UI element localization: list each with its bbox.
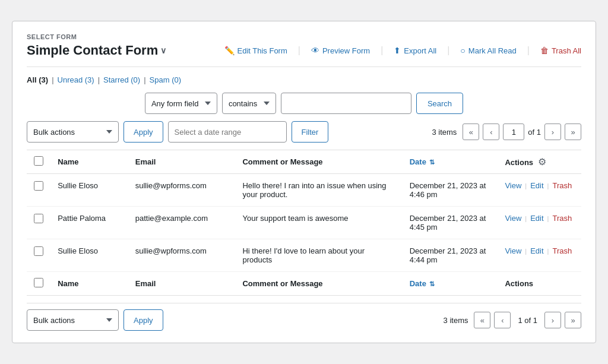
mark-all-read-link[interactable]: ○ Mark All Read — [460, 46, 516, 55]
first-page-button-bottom[interactable]: « — [474, 312, 490, 328]
edit-link-2[interactable]: Edit — [530, 214, 543, 223]
edit-link-1[interactable]: Edit — [530, 181, 543, 190]
divider-2: | — [381, 45, 383, 56]
search-value-input[interactable] — [281, 93, 411, 114]
prev-page-button-top[interactable]: ‹ — [483, 124, 499, 140]
row-name-3: Sullie Eloso — [50, 239, 128, 272]
header-actions: Actions ⚙ — [498, 150, 581, 174]
row-checkbox-cell-2 — [27, 207, 50, 239]
last-page-button-bottom[interactable]: » — [565, 312, 581, 328]
filter-button[interactable]: Filter — [292, 121, 329, 143]
row-date-3: December 21, 2023 at 4:44 pm — [403, 239, 498, 272]
next-page-button-top[interactable]: › — [544, 124, 561, 140]
row-action-links-3: View | Edit | Trash — [505, 246, 574, 255]
first-page-button-top[interactable]: « — [463, 124, 479, 140]
footer-header-checkbox-cell — [27, 272, 50, 296]
footer-header-actions: Actions — [498, 272, 581, 296]
condition-select[interactable]: contains — [222, 93, 276, 114]
last-page-button-top[interactable]: » — [565, 124, 581, 140]
footer-header-date[interactable]: Date ⇅ — [403, 272, 498, 296]
header-email: Email — [128, 150, 236, 174]
export-icon: ⬆ — [394, 46, 401, 55]
pagination-bottom: 3 items « ‹ 1 of 1 › » — [444, 312, 581, 328]
row-actions-3: View | Edit | Trash — [498, 239, 581, 272]
footer-toolbar-row: Bulk actions Apply 3 items « ‹ 1 of 1 › … — [27, 303, 581, 331]
preview-form-link[interactable]: 👁 Preview Form — [311, 46, 370, 55]
pagination-top: 3 items « ‹ of 1 › » — [432, 124, 581, 140]
gear-button[interactable]: ⚙ — [536, 156, 549, 167]
form-title-text: Simple Contact Form — [27, 43, 158, 58]
main-container: SELECT FORM Simple Contact Form ∨ ✏️ Edi… — [12, 21, 596, 343]
row-actions-1: View | Edit | Trash — [498, 174, 581, 207]
form-actions: ✏️ Edit This Form | 👁 Preview Form | ⬆ E… — [224, 45, 582, 56]
prev-page-button-bottom[interactable]: ‹ — [494, 312, 511, 328]
trash-link-2[interactable]: Trash — [552, 214, 572, 223]
footer-header-email: Email — [128, 272, 236, 296]
row-message-2: Your support team is awesome — [235, 207, 402, 239]
trash-link-3[interactable]: Trash — [552, 246, 572, 255]
divider-4: | — [527, 45, 530, 56]
trash-all-label: Trash All — [552, 46, 581, 55]
select-form-label: SELECT FORM — [27, 33, 581, 40]
header-message: Comment or Message — [235, 150, 402, 174]
row-checkbox-cell-1 — [27, 174, 50, 207]
header-date[interactable]: Date ⇅ — [403, 150, 498, 174]
table-body: Sullie Eloso sullie@wpforms.com Hello th… — [27, 174, 581, 296]
row-date-1: December 21, 2023 at 4:46 pm — [403, 174, 498, 207]
page-info-bottom: 1 of 1 — [514, 316, 541, 325]
header-checkbox-cell — [27, 150, 50, 174]
next-page-button-bottom[interactable]: › — [544, 312, 561, 328]
bulk-actions-select-bottom[interactable]: Bulk actions — [27, 309, 119, 331]
row-name-1: Sullie Eloso — [50, 174, 128, 207]
export-all-label: Export All — [404, 46, 436, 55]
edit-form-link[interactable]: ✏️ Edit This Form — [224, 46, 287, 55]
export-all-link[interactable]: ⬆ Export All — [394, 46, 436, 55]
row-email-3: sullie@wpforms.com — [128, 239, 236, 272]
sort-icon: ⇅ — [429, 159, 435, 166]
tab-unread[interactable]: Unread (3) — [58, 75, 94, 84]
tab-spam[interactable]: Spam (0) — [150, 75, 181, 84]
bulk-actions-select[interactable]: Bulk actions — [27, 121, 119, 143]
row-email-1: sullie@wpforms.com — [128, 174, 236, 207]
trash-link-1[interactable]: Trash — [552, 181, 572, 190]
eye-icon: 👁 — [311, 46, 319, 55]
row-checkbox-1[interactable] — [34, 181, 43, 191]
search-row: Any form field contains Search — [27, 93, 581, 114]
filter-tabs: All (3) | Unread (3) | Starred (0) | Spa… — [27, 75, 581, 84]
form-title[interactable]: Simple Contact Form ∨ — [27, 43, 166, 58]
field-select[interactable]: Any form field — [145, 93, 217, 114]
footer-header-message: Comment or Message — [235, 272, 402, 296]
row-message-3: Hi there! I'd love to learn about your p… — [235, 239, 402, 272]
footer-select-all-checkbox[interactable] — [34, 278, 43, 287]
select-all-checkbox[interactable] — [34, 156, 43, 166]
chevron-down-icon: ∨ — [160, 46, 166, 55]
page-of-text-top: of 1 — [528, 128, 541, 137]
row-name-2: Pattie Paloma — [50, 207, 128, 239]
view-link-2[interactable]: View — [505, 214, 521, 223]
tab-starred[interactable]: Starred (0) — [103, 75, 140, 84]
apply-button-bottom[interactable]: Apply — [124, 309, 163, 331]
edit-link-3[interactable]: Edit — [530, 246, 543, 255]
preview-form-label: Preview Form — [322, 46, 370, 55]
row-checkbox-3[interactable] — [34, 246, 43, 256]
row-email-2: pattie@example.com — [128, 207, 236, 239]
mark-all-read-label: Mark All Read — [468, 46, 517, 55]
trash-all-link[interactable]: 🗑 Trash All — [540, 46, 581, 55]
edit-form-label: Edit This Form — [238, 46, 287, 55]
table-row: Sullie Eloso sullie@wpforms.com Hello th… — [27, 174, 581, 207]
divider-3: | — [447, 45, 449, 56]
table-row: Sullie Eloso sullie@wpforms.com Hi there… — [27, 239, 581, 272]
row-checkbox-cell-3 — [27, 239, 50, 272]
row-date-2: December 21, 2023 at 4:45 pm — [403, 207, 498, 239]
apply-button-top[interactable]: Apply — [124, 121, 163, 143]
row-checkbox-2[interactable] — [34, 214, 43, 223]
current-page-input-top[interactable] — [503, 124, 524, 140]
search-button[interactable]: Search — [416, 93, 463, 114]
items-count-top: 3 items — [432, 128, 457, 137]
form-title-row: Simple Contact Form ∨ ✏️ Edit This Form … — [27, 43, 581, 67]
row-actions-2: View | Edit | Trash — [498, 207, 581, 239]
view-link-1[interactable]: View — [505, 181, 521, 190]
tab-all[interactable]: All (3) — [27, 75, 48, 84]
date-range-input[interactable] — [168, 121, 287, 143]
view-link-3[interactable]: View — [505, 246, 521, 255]
